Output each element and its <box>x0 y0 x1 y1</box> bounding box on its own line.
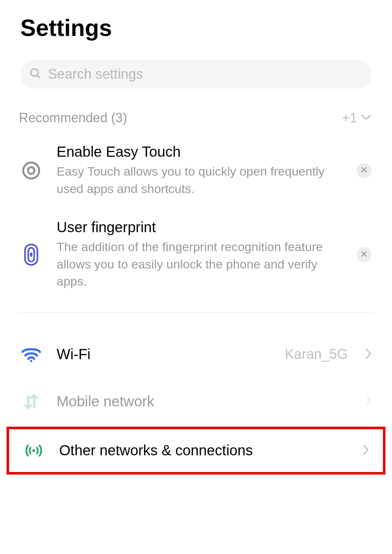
dismiss-button[interactable] <box>356 247 372 262</box>
svg-point-3 <box>28 167 34 174</box>
recommended-header: Recommended (3) +1 <box>0 96 392 133</box>
rec-item-title: Enable Easy Touch <box>57 144 342 160</box>
rec-item-desc: Easy Touch allows you to quickly open fr… <box>57 163 342 197</box>
recommended-more-count: +1 <box>342 110 357 126</box>
close-icon <box>360 250 368 259</box>
recommended-item-fingerprint[interactable]: User fingerprint The addition of the fin… <box>0 208 392 301</box>
setting-item-wifi[interactable]: Wi-Fi Karan_5G <box>0 331 392 378</box>
svg-line-1 <box>37 75 40 78</box>
easy-touch-icon <box>20 160 42 181</box>
search-icon <box>29 67 41 81</box>
divider <box>19 312 373 313</box>
recommended-label: Recommended (3) <box>19 110 127 126</box>
svg-point-9 <box>30 360 32 362</box>
recommended-item-easy-touch[interactable]: Enable Easy Touch Easy Touch allows you … <box>0 133 392 208</box>
rec-item-desc: The addition of the fingerprint recognit… <box>57 238 342 290</box>
wifi-icon <box>20 347 42 362</box>
setting-title: Other networks & connections <box>59 442 348 459</box>
search-input[interactable]: Search settings <box>20 59 372 89</box>
rec-item-title: User fingerprint <box>57 219 342 235</box>
chevron-down-icon <box>361 114 372 122</box>
setting-title: Mobile network <box>57 393 351 410</box>
search-placeholder: Search settings <box>48 66 143 82</box>
page-title: Settings <box>0 0 392 52</box>
chevron-right-icon <box>365 348 372 361</box>
chevron-right-icon <box>365 395 372 408</box>
highlighted-setting: Other networks & connections <box>7 427 385 475</box>
fingerprint-icon <box>20 243 42 266</box>
svg-point-2 <box>23 163 39 178</box>
setting-item-mobile-network[interactable]: Mobile network <box>0 378 392 425</box>
svg-point-10 <box>32 449 35 452</box>
setting-value: Karan_5G <box>285 346 348 362</box>
setting-item-other-networks[interactable]: Other networks & connections <box>9 429 383 472</box>
setting-title: Wi-Fi <box>57 346 270 362</box>
mobile-data-icon <box>20 392 42 411</box>
close-icon <box>360 166 368 175</box>
dismiss-button[interactable] <box>356 163 372 178</box>
chevron-right-icon <box>363 444 369 457</box>
connections-icon <box>23 441 45 460</box>
recommended-expand[interactable]: +1 <box>342 110 372 126</box>
svg-point-0 <box>31 69 38 76</box>
svg-rect-6 <box>30 253 32 257</box>
